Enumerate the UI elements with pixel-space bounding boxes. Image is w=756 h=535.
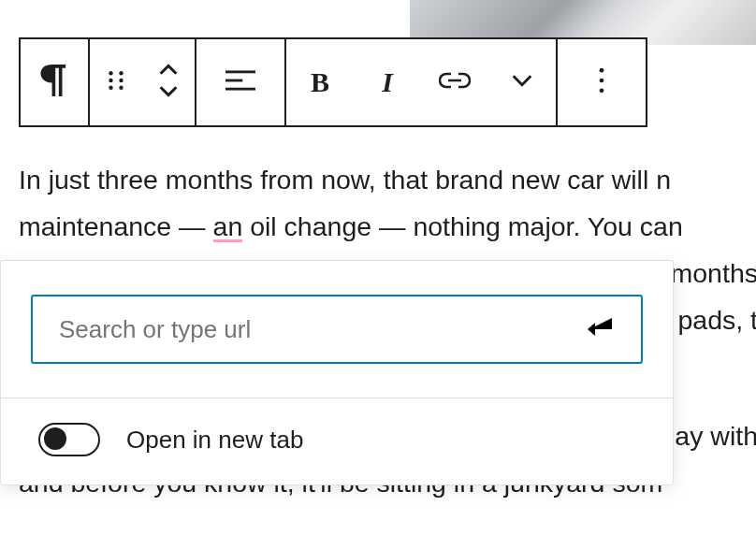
text-line: maintenance — (19, 211, 213, 241)
svg-point-12 (600, 88, 604, 93)
open-new-tab-toggle[interactable] (38, 423, 100, 456)
paragraph-icon (40, 65, 68, 100)
bold-button[interactable]: B (286, 39, 354, 125)
align-left-icon (225, 69, 255, 95)
svg-point-10 (600, 68, 604, 73)
text-line: In just three months from now, that bran… (19, 165, 671, 195)
link-button[interactable] (421, 39, 488, 125)
more-rich-text-button[interactable] (488, 39, 556, 125)
url-field-wrapper (31, 295, 643, 364)
block-type-paragraph-button[interactable] (21, 39, 88, 125)
link-popover: Open in new tab (0, 260, 674, 485)
svg-point-11 (600, 79, 604, 83)
more-vertical-icon (597, 67, 606, 97)
toggle-knob (44, 427, 66, 450)
block-options-button[interactable] (558, 39, 646, 125)
block-toolbar: B I (19, 37, 647, 127)
chevron-up-down-icon (156, 64, 181, 101)
italic-button[interactable]: I (354, 39, 421, 125)
svg-point-4 (109, 86, 112, 90)
url-input[interactable] (59, 315, 583, 344)
italic-icon: I (382, 66, 393, 98)
submit-link-button[interactable] (583, 313, 615, 345)
bold-icon: B (311, 66, 329, 98)
spellcheck-word[interactable]: an (213, 211, 243, 242)
enter-icon (584, 316, 614, 342)
open-new-tab-label: Open in new tab (126, 426, 303, 455)
text-fragment: months (671, 251, 756, 297)
drag-handle-button[interactable] (90, 39, 142, 125)
move-up-down-button[interactable] (142, 39, 195, 125)
svg-point-0 (109, 71, 112, 75)
link-icon (439, 71, 471, 94)
svg-point-3 (119, 79, 123, 82)
drag-handle-icon (106, 70, 126, 94)
align-button[interactable] (196, 39, 284, 125)
text-line: oil change — nothing major. You can (242, 211, 683, 241)
svg-point-1 (119, 71, 123, 75)
chevron-down-icon (511, 74, 533, 91)
svg-point-5 (119, 86, 123, 90)
paragraph-block[interactable]: In just three months from now, that bran… (19, 157, 756, 251)
text-fragment: pads, t (677, 297, 756, 344)
svg-point-2 (109, 79, 112, 82)
